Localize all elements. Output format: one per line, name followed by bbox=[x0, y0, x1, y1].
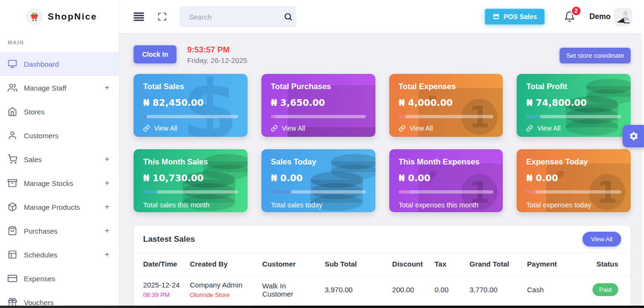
card-amount: ₦ 10,730.00 bbox=[143, 173, 238, 183]
expand-plus-icon[interactable]: + bbox=[105, 155, 109, 164]
home-icon bbox=[8, 107, 17, 116]
monitor-icon bbox=[8, 59, 17, 69]
notifications-bell[interactable]: 2 bbox=[564, 11, 575, 22]
sidebar-item-stores[interactable]: Stores bbox=[0, 100, 119, 123]
set-store-coordinate-button[interactable]: Set store coordinate bbox=[560, 48, 631, 63]
expand-plus-icon[interactable]: + bbox=[105, 83, 109, 92]
latest-sales-table: Date/Time Created By Customer Sub Total … bbox=[134, 252, 631, 304]
sidebar-item-label: Manage Products bbox=[24, 203, 80, 211]
link-icon bbox=[143, 125, 150, 132]
expand-plus-icon[interactable]: + bbox=[105, 250, 109, 259]
sidebar-item-purchases[interactable]: Purchases + bbox=[0, 219, 119, 243]
col-created-by: Created By bbox=[186, 253, 259, 276]
fullscreen-icon[interactable] bbox=[157, 12, 167, 21]
sales-today-card: Sales Today ₦ 0.00 Total sales today bbox=[261, 149, 375, 212]
topbar: POS Sales 2 Demo bbox=[119, 0, 644, 33]
sidebar-item-dashboard[interactable]: Dashboard bbox=[0, 52, 119, 76]
gear-icon bbox=[629, 131, 639, 141]
package-icon bbox=[8, 202, 17, 212]
total-purchases-card: Total Purchases ₦ 3,650.00 View All bbox=[261, 74, 375, 137]
card-caption: Total expenses this month bbox=[399, 201, 494, 209]
shopping-cart-icon bbox=[8, 154, 17, 164]
search-input[interactable] bbox=[189, 13, 284, 21]
view-all-link[interactable]: View All bbox=[143, 124, 238, 132]
sidebar-item-label: Schedules bbox=[24, 251, 57, 259]
sidebar-item-label: Stores bbox=[24, 108, 44, 116]
status-badge: Paid bbox=[592, 283, 618, 296]
sidebar: ShopNice MAIN Dashboard Manage Staff + S… bbox=[0, 0, 119, 308]
card-title: This Month Sales bbox=[143, 157, 238, 166]
link-icon bbox=[271, 125, 278, 132]
this-month-expenses-card: 1 This Month Expenses ₦ 0.00 Total expen… bbox=[389, 149, 503, 212]
sidebar-item-sales[interactable]: Sales + bbox=[0, 147, 119, 171]
card-progress-bar bbox=[399, 115, 494, 118]
cell-customer: Walk In Customer bbox=[259, 276, 321, 304]
view-all-link[interactable]: View All bbox=[271, 124, 366, 132]
expand-plus-icon[interactable]: + bbox=[105, 203, 109, 211]
scrollbar-track[interactable] bbox=[641, 33, 644, 308]
sidebar-item-expenses[interactable]: Expenses bbox=[0, 267, 119, 290]
latest-sales-view-all-button[interactable]: View All bbox=[582, 232, 621, 246]
notification-count-badge: 2 bbox=[571, 6, 582, 16]
col-grand-total: Grand Total bbox=[466, 253, 523, 276]
cell-date-time: 2025-12-24 08:39 PM bbox=[134, 276, 186, 304]
table-row[interactable]: 2025-12-24 08:39 PM Company Admin Olurin… bbox=[134, 276, 631, 304]
expand-plus-icon[interactable]: + bbox=[105, 179, 109, 187]
expand-plus-icon[interactable]: + bbox=[105, 226, 109, 235]
search-icon[interactable] bbox=[284, 12, 292, 21]
card-caption: Total sales this month bbox=[143, 201, 238, 209]
sale-date: 2025-12-24 bbox=[143, 281, 182, 289]
user-avatar[interactable] bbox=[614, 8, 632, 25]
card-amount: ₦ 3,650.00 bbox=[271, 97, 366, 108]
card-title: Total Purchases bbox=[271, 82, 366, 91]
card-progress-bar bbox=[526, 115, 621, 118]
sale-time: 08:39 PM bbox=[143, 291, 182, 298]
card-amount: ₦ 82,450.00 bbox=[143, 97, 238, 108]
dashboard-content: Clock In 9:53:57 PM Friday, 26-12-2025 S… bbox=[119, 33, 644, 308]
col-tax: Tax bbox=[431, 253, 466, 276]
settings-fab-button[interactable] bbox=[623, 125, 644, 147]
sidebar-item-manage-products[interactable]: Manage Products + bbox=[0, 195, 119, 219]
sidebar-section-label: MAIN bbox=[8, 40, 119, 45]
horizontal-scrollbar[interactable] bbox=[0, 306, 644, 308]
user-name[interactable]: Demo bbox=[590, 12, 611, 21]
sidebar-item-label: Manage Staff bbox=[24, 84, 66, 92]
card-progress-bar bbox=[271, 190, 366, 194]
menu-toggle-icon[interactable] bbox=[134, 11, 144, 22]
sidebar-item-customers[interactable]: Customers bbox=[0, 123, 119, 147]
sidebar-item-manage-stocks[interactable]: Manage Stocks + bbox=[0, 171, 119, 195]
current-date: Friday, 26-12-2025 bbox=[187, 56, 247, 64]
view-all-link[interactable]: View All bbox=[526, 124, 621, 132]
user-icon bbox=[8, 131, 17, 140]
users-icon bbox=[8, 83, 17, 92]
clock-in-button[interactable]: Clock In bbox=[134, 45, 177, 63]
app-logo[interactable]: ShopNice bbox=[0, 0, 119, 25]
card-title: Total Profit bbox=[526, 82, 621, 91]
latest-sales-header: Lastest Sales View All bbox=[134, 226, 631, 252]
archive-icon bbox=[8, 178, 17, 188]
card-title: This Month Expenses bbox=[399, 157, 494, 166]
total-sales-card: $ Total Sales ₦ 82,450.00 View All bbox=[134, 74, 248, 137]
cell-grand-total: 3,770.00 bbox=[466, 276, 523, 304]
sidebar-item-label: Vouchers bbox=[24, 298, 54, 307]
sidebar-item-manage-staff[interactable]: Manage Staff + bbox=[0, 76, 119, 100]
sidebar-item-schedules[interactable]: Schedules + bbox=[0, 243, 119, 267]
card-progress-bar bbox=[143, 115, 238, 118]
clock-row: Clock In 9:53:57 PM Friday, 26-12-2025 S… bbox=[134, 45, 631, 64]
cell-created-by: Company Admin Olurinde Store bbox=[186, 276, 259, 304]
col-payment: Payment bbox=[523, 253, 588, 276]
card-progress-bar bbox=[526, 190, 621, 194]
col-sub-total: Sub Total bbox=[321, 253, 388, 276]
cell-discount: 200.00 bbox=[388, 276, 431, 304]
view-all-link[interactable]: View All bbox=[399, 124, 494, 132]
card-title: Expenses Today bbox=[526, 157, 621, 166]
card-caption: Total sales today bbox=[271, 201, 366, 209]
table-header-row: Date/Time Created By Customer Sub Total … bbox=[134, 253, 631, 276]
latest-sales-card: Lastest Sales View All Date/Time Created… bbox=[134, 226, 631, 308]
col-date-time: Date/Time bbox=[134, 253, 186, 276]
card-title: Total Expenses bbox=[399, 82, 494, 91]
clock-info: 9:53:57 PM Friday, 26-12-2025 bbox=[187, 45, 247, 64]
sidebar-item-label: Expenses bbox=[24, 275, 55, 283]
pos-sales-button[interactable]: POS Sales bbox=[485, 9, 545, 25]
sidebar-item-label: Manage Stocks bbox=[24, 179, 73, 187]
